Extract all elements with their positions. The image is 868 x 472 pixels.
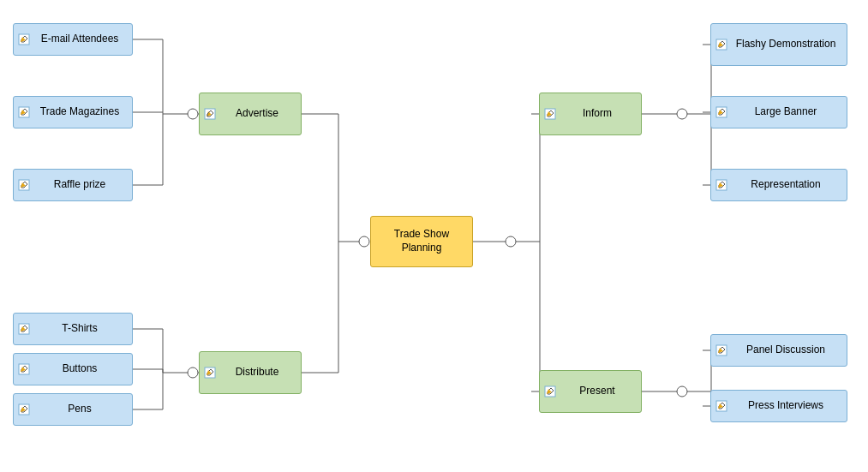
distribute-node: Distribute: [199, 351, 302, 394]
inform-node: Inform: [539, 93, 642, 135]
root-label: Trade Show Planning: [376, 228, 467, 254]
pens-node: Pens: [13, 393, 133, 426]
tshirts-node: T-Shirts: [13, 313, 133, 345]
email-node: E-mail Attendees: [13, 23, 133, 56]
flashy-label: Flashy Demonstration: [736, 38, 836, 51]
edit-icon: [204, 367, 216, 379]
magazines-node: Trade Magazines: [13, 96, 133, 128]
buttons-label: Buttons: [63, 362, 98, 376]
email-label: E-mail Attendees: [41, 33, 119, 46]
svg-point-29: [677, 109, 687, 119]
edit-icon: [544, 108, 556, 120]
root-node: Trade Show Planning: [370, 216, 473, 267]
svg-point-6: [188, 109, 198, 119]
press-label: Press Interviews: [748, 399, 823, 413]
raffle-label: Raffle prize: [54, 178, 105, 192]
edit-icon: [18, 33, 30, 45]
raffle-node: Raffle prize: [13, 169, 133, 201]
edit-icon: [18, 363, 30, 375]
present-node: Present: [539, 370, 642, 413]
present-label: Present: [579, 385, 614, 398]
buttons-node: Buttons: [13, 353, 133, 385]
edit-icon: [18, 179, 30, 191]
banner-node: Large Banner: [710, 96, 847, 128]
tshirts-label: T-Shirts: [62, 322, 97, 336]
edit-icon: [715, 179, 727, 191]
press-node: Press Interviews: [710, 390, 847, 422]
advertise-label: Advertise: [236, 107, 278, 121]
panel-node: Panel Discussion: [710, 334, 847, 367]
distribute-label: Distribute: [236, 366, 279, 379]
flashy-node: Flashy Demonstration: [710, 23, 847, 66]
svg-point-14: [188, 367, 198, 378]
inform-label: Inform: [583, 107, 612, 121]
svg-point-21: [359, 236, 369, 247]
edit-icon: [18, 106, 30, 118]
representation-label: Representation: [751, 178, 820, 192]
edit-icon: [715, 39, 727, 51]
edit-icon: [715, 106, 727, 118]
magazines-label: Trade Magazines: [40, 105, 119, 119]
panel-label: Panel Discussion: [746, 344, 825, 357]
edit-icon: [715, 344, 727, 356]
banner-label: Large Banner: [755, 105, 817, 119]
svg-point-36: [677, 386, 687, 397]
edit-icon: [204, 108, 216, 120]
representation-node: Representation: [710, 169, 847, 201]
advertise-node: Advertise: [199, 93, 302, 135]
edit-icon: [544, 385, 556, 397]
svg-point-23: [506, 236, 516, 247]
edit-icon: [715, 400, 727, 412]
edit-icon: [18, 323, 30, 335]
edit-icon: [18, 403, 30, 415]
pens-label: Pens: [68, 403, 91, 416]
